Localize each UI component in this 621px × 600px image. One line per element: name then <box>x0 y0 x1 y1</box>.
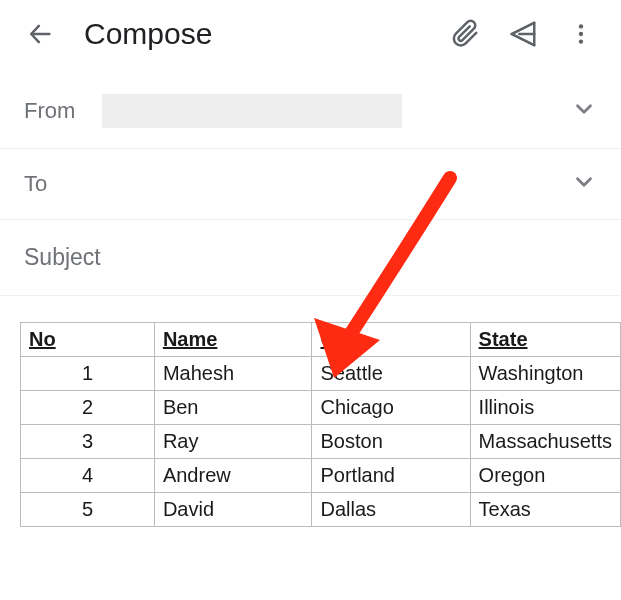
from-expand-button[interactable] <box>571 96 597 126</box>
table-row: 4AndrewPortlandOregon <box>21 459 621 493</box>
svg-point-5 <box>579 32 583 36</box>
cell-name: Ray <box>154 425 312 459</box>
send-button[interactable] <box>503 14 543 54</box>
cell-no: 5 <box>21 493 155 527</box>
cell-name: David <box>154 493 312 527</box>
cell-state: Oregon <box>470 459 620 493</box>
header-no: No <box>21 323 155 357</box>
cell-name: Andrew <box>154 459 312 493</box>
from-address-redacted[interactable] <box>102 94 402 128</box>
email-body[interactable]: No Name City State 1MaheshSeattleWashing… <box>0 296 621 527</box>
from-label: From <box>24 98 84 124</box>
overflow-menu-button[interactable] <box>561 14 601 54</box>
arrow-back-icon <box>26 20 54 48</box>
cell-city: Boston <box>312 425 470 459</box>
cell-no: 2 <box>21 391 155 425</box>
cell-name: Mahesh <box>154 357 312 391</box>
svg-point-6 <box>579 39 583 43</box>
paperclip-icon <box>450 19 480 49</box>
cell-state: Washington <box>470 357 620 391</box>
cell-state: Texas <box>470 493 620 527</box>
to-label: To <box>24 171 84 197</box>
cell-state: Massachusetts <box>470 425 620 459</box>
cell-city: Dallas <box>312 493 470 527</box>
table-row: 5DavidDallasTexas <box>21 493 621 527</box>
to-expand-button[interactable] <box>571 169 597 199</box>
header-name: Name <box>154 323 312 357</box>
cell-no: 1 <box>21 357 155 391</box>
cell-no: 3 <box>21 425 155 459</box>
cell-city: Portland <box>312 459 470 493</box>
svg-line-1 <box>512 23 535 34</box>
table-row: 1MaheshSeattleWashington <box>21 357 621 391</box>
subject-row[interactable]: Subject <box>0 220 621 296</box>
attach-button[interactable] <box>445 14 485 54</box>
cell-name: Ben <box>154 391 312 425</box>
svg-point-4 <box>579 24 583 28</box>
cell-no: 4 <box>21 459 155 493</box>
chevron-down-icon <box>571 96 597 122</box>
table-row: 3RayBostonMassachusetts <box>21 425 621 459</box>
pasted-table: No Name City State 1MaheshSeattleWashing… <box>20 322 621 527</box>
chevron-down-icon <box>571 169 597 195</box>
compose-header: Compose <box>0 0 621 74</box>
header-city: City <box>312 323 470 357</box>
header-state: State <box>470 323 620 357</box>
cell-city: Seattle <box>312 357 470 391</box>
subject-label: Subject <box>24 244 101 271</box>
cell-city: Chicago <box>312 391 470 425</box>
table-header-row: No Name City State <box>21 323 621 357</box>
page-title: Compose <box>84 17 427 51</box>
to-row[interactable]: To <box>0 149 621 220</box>
back-button[interactable] <box>20 14 60 54</box>
from-row: From <box>0 74 621 149</box>
more-vert-icon <box>568 21 594 47</box>
table-row: 2BenChicagoIllinois <box>21 391 621 425</box>
send-icon <box>508 19 538 49</box>
cell-state: Illinois <box>470 391 620 425</box>
svg-line-2 <box>512 34 535 45</box>
